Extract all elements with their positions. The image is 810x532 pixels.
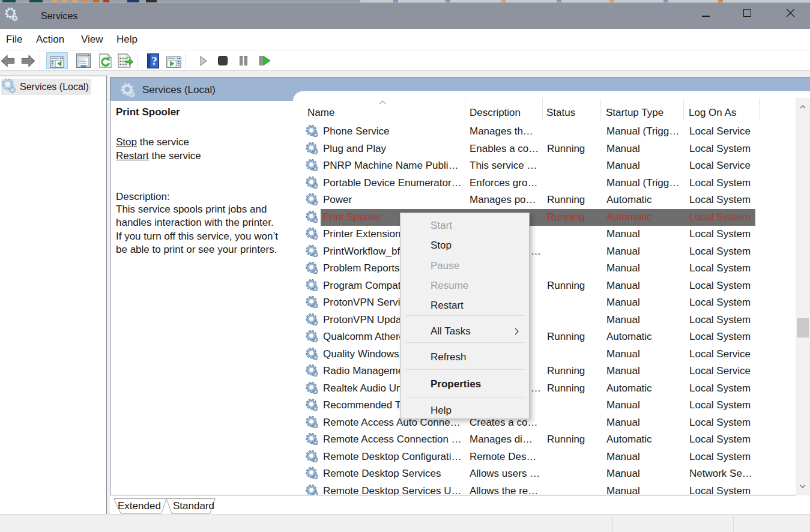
svg-text:?: ? xyxy=(151,55,157,67)
